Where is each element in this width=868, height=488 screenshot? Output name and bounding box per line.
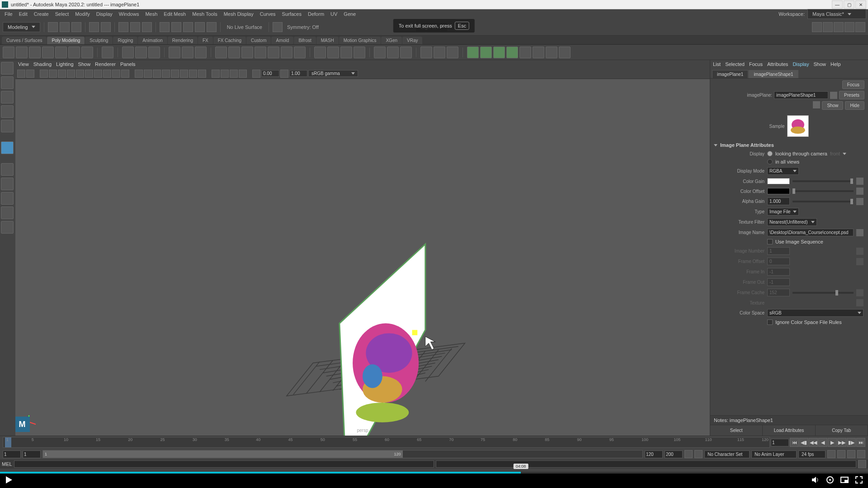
target-weld-icon[interactable]: [327, 47, 339, 58]
alpha-gain-field[interactable]: [767, 197, 790, 205]
poly-type-icon[interactable]: [135, 47, 147, 58]
command-input[interactable]: [14, 460, 434, 468]
no-live-surface[interactable]: No Live Surface: [224, 24, 265, 30]
vp-lights-icon[interactable]: [162, 70, 170, 78]
poly-cylinder-icon[interactable]: [29, 47, 41, 58]
vp-safe-title-icon[interactable]: [121, 70, 129, 78]
vp-menu-view[interactable]: View: [18, 61, 29, 67]
insert-edge-loop-icon[interactable]: [294, 47, 306, 58]
attr-menu-selected[interactable]: Selected: [725, 61, 745, 67]
vp-wireframe-icon[interactable]: [135, 70, 143, 78]
go-to-start-icon[interactable]: ⏮: [790, 438, 799, 447]
tab-fx[interactable]: FX: [198, 37, 213, 44]
snap-surface-icon[interactable]: [207, 22, 217, 32]
type-dropdown[interactable]: Image File: [767, 208, 799, 216]
script-editor-icon[interactable]: [858, 460, 866, 468]
menu-modify[interactable]: Modify: [72, 10, 92, 18]
attr-menu-attributes[interactable]: Attributes: [767, 61, 788, 67]
vp-shadows-icon[interactable]: [171, 70, 179, 78]
fullscreen-exit-icon[interactable]: [854, 475, 863, 484]
radio-all-views[interactable]: [767, 159, 773, 164]
extra-tool-2-icon[interactable]: [533, 47, 544, 58]
menu-select[interactable]: Select: [52, 10, 72, 18]
poly-disc-icon[interactable]: [81, 47, 93, 58]
video-play-button[interactable]: [5, 475, 14, 484]
layout-outliner-icon[interactable]: [1, 206, 14, 219]
lasso-icon[interactable]: [130, 22, 140, 32]
extrude-icon[interactable]: [255, 47, 266, 58]
render-settings-icon[interactable]: [844, 22, 854, 32]
tab-vray[interactable]: VRay: [402, 37, 422, 44]
combine-icon[interactable]: [182, 47, 193, 58]
layout-two-icon[interactable]: [1, 192, 14, 205]
fps-dropdown[interactable]: 24 fps: [798, 450, 826, 458]
bool-difference-icon[interactable]: [228, 47, 240, 58]
play-back-icon[interactable]: ◀: [818, 438, 827, 447]
snap-plane-icon[interactable]: [195, 22, 205, 32]
bool-union-icon[interactable]: [215, 47, 227, 58]
step-back-key-icon[interactable]: ◀▮: [799, 438, 808, 447]
minimize-button[interactable]: —: [832, 0, 843, 9]
tab-poly-modeling[interactable]: Poly Modeling: [47, 37, 85, 44]
attr-menu-display[interactable]: Display: [793, 61, 809, 67]
end-frame-field[interactable]: [665, 450, 683, 458]
color-gain-swatch[interactable]: [767, 178, 790, 184]
character-set-dropdown[interactable]: No Character Set: [704, 450, 750, 458]
vp-grease-pencil-icon[interactable]: [58, 70, 66, 78]
range-handle[interactable]: 1 120: [43, 450, 403, 458]
vp-menu-lighting[interactable]: Lighting: [56, 61, 74, 67]
vp-field-chart-icon[interactable]: [103, 70, 111, 78]
node-name-field[interactable]: [774, 91, 828, 99]
map-icon[interactable]: [856, 178, 863, 185]
play-forward-icon[interactable]: ▶: [828, 438, 837, 447]
vp-xray-joints-icon[interactable]: [230, 70, 238, 78]
show-button[interactable]: Show: [822, 101, 843, 110]
attr-tab-imageplane1[interactable]: imagePlane1: [712, 70, 748, 78]
select-button[interactable]: Select: [710, 425, 763, 436]
attr-menu-focus[interactable]: Focus: [749, 61, 763, 67]
frame-cache-slider[interactable]: [793, 292, 854, 294]
poly-plane-icon[interactable]: [68, 47, 80, 58]
anim-prefs-icon[interactable]: [857, 450, 865, 458]
vp-camera-select-icon[interactable]: [17, 70, 25, 78]
sweep-mesh-icon[interactable]: [169, 47, 180, 58]
video-progress-bar[interactable]: 04:08: [0, 472, 868, 474]
vp-anti-alias-icon[interactable]: [198, 70, 206, 78]
menu-uv[interactable]: UV: [328, 10, 340, 18]
presets-button[interactable]: Presets: [839, 91, 864, 99]
gamma-field[interactable]: [289, 70, 307, 77]
select-mode-icon[interactable]: [118, 22, 128, 32]
attr-menu-list[interactable]: List: [713, 61, 721, 67]
reduce-icon[interactable]: [447, 47, 458, 58]
menu-mesh-display[interactable]: Mesh Display: [221, 10, 256, 18]
vp-xray-icon[interactable]: [221, 70, 229, 78]
range-start-field[interactable]: [23, 450, 41, 458]
tab-arnold[interactable]: Arnold: [271, 37, 293, 44]
display-mode-dropdown[interactable]: RGBA: [767, 167, 799, 175]
image-name-field[interactable]: [767, 229, 854, 236]
render-view-icon[interactable]: [812, 22, 822, 32]
copy-tab-button[interactable]: Copy Tab: [816, 425, 868, 436]
scale-tool[interactable]: [1, 120, 14, 132]
hide-button[interactable]: Hide: [845, 101, 864, 110]
paint-select-icon[interactable]: [142, 22, 152, 32]
vp-ao-icon[interactable]: [180, 70, 188, 78]
bool-b-icon[interactable]: [480, 47, 492, 58]
auto-key-icon[interactable]: [684, 450, 693, 458]
attr-menu-help[interactable]: Help: [830, 61, 841, 67]
select-tool[interactable]: [1, 62, 14, 75]
pin-icon[interactable]: [830, 92, 837, 99]
vp-motion-blur-icon[interactable]: [189, 70, 197, 78]
extra-tool-1-icon[interactable]: [519, 47, 531, 58]
vp-exposure-icon[interactable]: [252, 70, 260, 78]
workspace-dropdown[interactable]: Maya Classic*: [807, 9, 866, 19]
range-end-field[interactable]: [645, 450, 663, 458]
bridge-icon[interactable]: [268, 47, 279, 58]
menu-set-dropdown[interactable]: Modeling: [3, 22, 40, 32]
undo-icon[interactable]: [89, 22, 99, 32]
tab-custom[interactable]: Custom: [246, 37, 271, 44]
layout-single-icon[interactable]: [1, 163, 14, 176]
lasso-tool[interactable]: [1, 76, 14, 89]
menu-edit[interactable]: Edit: [16, 10, 30, 18]
vp-shaded-icon[interactable]: [144, 70, 152, 78]
